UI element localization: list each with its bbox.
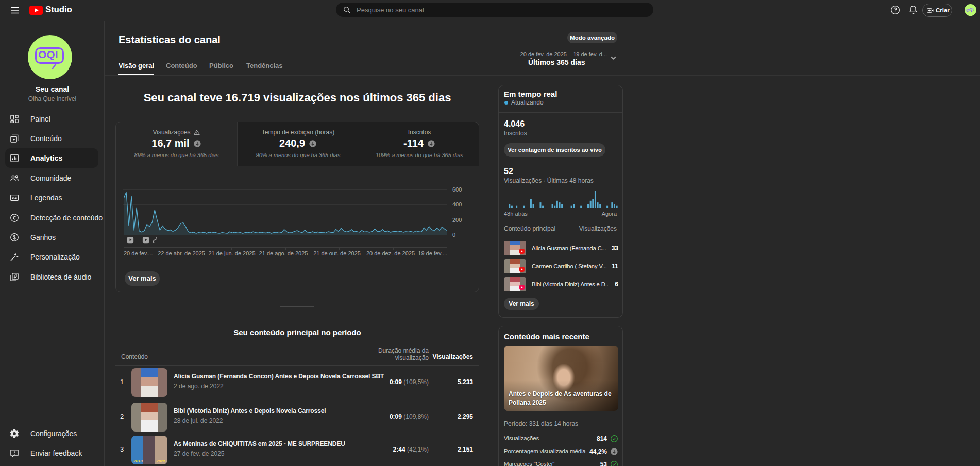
sidebar-item-biblioteca[interactable]: Biblioteca de áudio xyxy=(5,267,98,287)
recent-video-thumbnail[interactable]: Antes e Depois de As aventuras de Polian… xyxy=(504,346,618,411)
dashboard-icon xyxy=(9,114,20,124)
table-row[interactable]: 2 Bibi (Victoria Diniz) Antes e Depois N… xyxy=(115,400,479,433)
sidebar-item-analytics[interactable]: Analytics xyxy=(5,148,98,168)
notifications-bell-icon[interactable] xyxy=(908,5,919,15)
video-title[interactable]: Alicia Gusman (Fernanda Concon) Antes e … xyxy=(174,373,384,380)
metric-label: Inscritos xyxy=(408,129,431,136)
realtime-see-more-button[interactable]: Ver mais xyxy=(504,298,539,310)
shorts-badge-icon xyxy=(519,267,525,272)
tab-visao-geral[interactable]: Visão geral xyxy=(119,62,154,70)
column-header-views[interactable]: Visualizações xyxy=(421,353,473,360)
y-axis-label-600: 600 xyxy=(452,186,462,193)
realtime-bar-chart[interactable] xyxy=(504,189,618,208)
x-tick xyxy=(285,247,286,250)
copyright-icon xyxy=(9,213,20,223)
youtube-logo-icon[interactable] xyxy=(29,6,43,15)
sidebar-item-legendas[interactable]: Legendas xyxy=(5,188,98,208)
x-axis-label: 20 de dez. de 2025 xyxy=(366,250,415,256)
sidebar-item-label: Detecção de conteúdo xyxy=(30,214,103,222)
thumb-year: 2013 xyxy=(133,459,143,463)
metric-label: Tempo de exibição (horas) xyxy=(262,129,334,136)
row-views: 2.151 xyxy=(458,446,473,453)
video-thumbnail xyxy=(131,368,167,397)
create-video-icon xyxy=(926,7,934,14)
realtime-video-row[interactable]: Bibi (Victoria Diniz) Antes e D... 6 xyxy=(504,277,618,291)
audio-library-icon xyxy=(9,272,20,282)
hamburger-menu-icon[interactable] xyxy=(10,6,20,15)
shorts-badge-icon xyxy=(519,285,525,290)
tab-publico[interactable]: Público xyxy=(209,62,233,70)
chevron-down-icon[interactable] xyxy=(609,54,618,62)
sidebar-item-deteccao[interactable]: Detecção de conteúdo xyxy=(5,208,98,228)
channel-avatar[interactable]: OQI xyxy=(28,35,72,79)
live-subscriber-count-button[interactable]: Ver contagem de inscritos ao vivo xyxy=(504,143,605,157)
avatar-initials: OQI xyxy=(966,7,974,13)
column-header-duration[interactable]: Duração média davisualização xyxy=(351,347,429,361)
metric-label: Visualizações xyxy=(504,435,539,441)
x-axis-label: 21 de out. de 2025 xyxy=(313,250,361,256)
video-type-icon[interactable] xyxy=(127,236,134,244)
video-date: 27 de fev. de 2025 xyxy=(174,450,345,457)
metric-card-subscribers[interactable]: Inscritos -114 109% a menos do que há 36… xyxy=(359,122,479,166)
section-divider-handle xyxy=(280,306,314,307)
top-content-title: Seu conteúdo principal no período xyxy=(115,328,479,337)
video-title[interactable]: As Meninas de CHIQUITITAS em 2025 - ME S… xyxy=(174,440,345,447)
tab-conteudo[interactable]: Conteúdo xyxy=(166,62,197,70)
sidebar-item-ganhos[interactable]: Ganhos xyxy=(5,228,98,247)
metric-value: 814 xyxy=(597,435,607,442)
video-date: 2 de ago. de 2022 xyxy=(174,383,384,390)
sidebar-item-painel[interactable]: Painel xyxy=(5,109,98,129)
video-thumbnail: 2013 2025 xyxy=(131,436,167,464)
shorts-icon[interactable] xyxy=(151,236,158,244)
video-type-icon[interactable] xyxy=(142,236,149,244)
date-preset[interactable]: Últimos 365 dias xyxy=(528,58,585,66)
sidebar-item-configuracoes[interactable]: Configurações xyxy=(5,424,98,443)
metric-card-views[interactable]: Visualizações 16,7 mil 89% a menos do qu… xyxy=(116,122,237,166)
x-tick xyxy=(178,247,178,250)
create-button[interactable]: Criar xyxy=(922,4,952,17)
help-icon[interactable] xyxy=(890,5,901,15)
realtime-video-row[interactable]: Alicia Gusman (Fernanda C... 33 xyxy=(504,241,618,255)
video-title[interactable]: Bibi (Victoria Diniz) Antes e Depois Nov… xyxy=(174,407,326,415)
recent-video-title-line1: Antes e Depois de As aventuras de xyxy=(509,390,612,398)
magic-wand-icon xyxy=(9,252,20,262)
sidebar-item-personalizacao[interactable]: Personalização xyxy=(5,247,98,267)
y-axis-label-0: 0 xyxy=(452,232,455,238)
sidebar-item-label: Enviar feedback xyxy=(30,449,82,457)
sidebar: OQI Seu canal Olha Que Incrível Painel C… xyxy=(0,21,105,466)
realtime-card: Em tempo real Atualizando 4.046 Inscrito… xyxy=(498,85,623,318)
metric-card-watchtime[interactable]: Tempo de exibição (horas) 240,9 90% a me… xyxy=(237,122,359,166)
tabs-divider xyxy=(105,75,980,76)
create-button-label: Criar xyxy=(936,7,950,13)
overview-headline: Seu canal teve 16.719 visualizações nos … xyxy=(115,91,479,105)
advanced-mode-button[interactable]: Modo avançado xyxy=(567,32,617,43)
views-line-chart[interactable] xyxy=(124,188,447,236)
thumb-year: 2025 xyxy=(156,459,165,463)
table-row[interactable]: 3 2013 2025 As Meninas de CHIQUITITAS em… xyxy=(115,433,479,466)
search-icon xyxy=(343,6,351,14)
brand-title[interactable]: Studio xyxy=(45,5,72,15)
x-axis-label: 21 de jun. de 2025 xyxy=(208,250,255,256)
recent-metric-row: Porcentagem visualizada média 44,2% xyxy=(504,448,618,456)
avg-pct: (42,1%) xyxy=(407,446,429,453)
sidebar-item-conteudo[interactable]: Conteúdo xyxy=(5,129,98,148)
metric-label: Visualizações xyxy=(153,129,190,136)
bars-axis-end: Agora xyxy=(602,211,617,217)
content-icon xyxy=(9,133,20,144)
sidebar-item-feedback[interactable]: Enviar feedback xyxy=(5,443,98,463)
trend-down-icon xyxy=(309,140,317,148)
video-title: Bibi (Victoria Diniz) Antes e D... xyxy=(532,281,608,287)
channel-handle[interactable]: Olha Que Incrível xyxy=(0,95,105,102)
topbar: Studio Pesquise no seu canal Criar OQI xyxy=(0,0,980,21)
check-circle-icon xyxy=(610,435,618,443)
column-header-content[interactable]: Conteúdo xyxy=(121,353,148,360)
youtube-studio-analytics-page: Studio Pesquise no seu canal Criar OQI O… xyxy=(0,0,980,466)
table-row[interactable]: 1 Alicia Gusman (Fernanda Concon) Antes … xyxy=(115,366,479,399)
metric-value: 240,9 xyxy=(279,137,305,149)
tab-tendencias[interactable]: Tendências xyxy=(246,62,283,70)
see-more-button[interactable]: Ver mais xyxy=(125,271,160,286)
account-avatar[interactable]: OQI xyxy=(965,4,976,16)
realtime-video-row[interactable]: Carmen Carrilho ( Stefany V... 11 xyxy=(504,259,618,273)
search-bar[interactable]: Pesquise no seu canal xyxy=(336,3,653,17)
sidebar-item-comunidade[interactable]: Comunidade xyxy=(5,168,98,188)
